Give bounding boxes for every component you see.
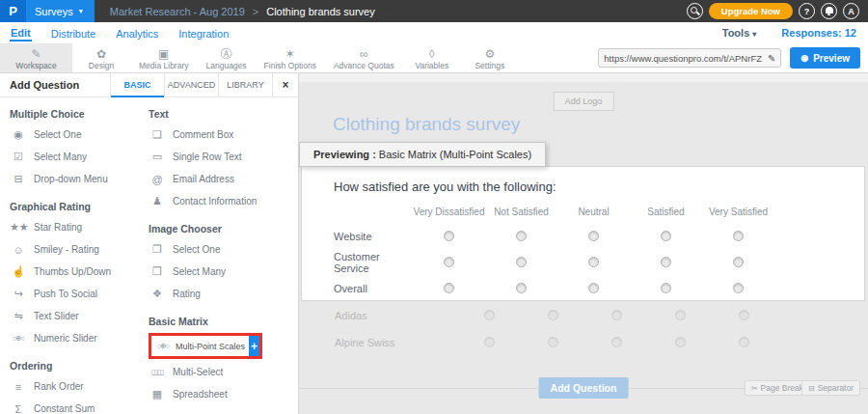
question-type-multiple-choice-select-one[interactable]: ◉Select One bbox=[10, 124, 143, 146]
add-question-button[interactable]: Add Question bbox=[539, 377, 629, 399]
numeric-slider-icon: ○⊕○ bbox=[10, 334, 27, 343]
rank-order-icon: ≡ bbox=[10, 381, 27, 393]
preview-button[interactable]: ◉ Preview bbox=[790, 47, 860, 69]
radio-customer-service-not-satisfied[interactable] bbox=[516, 257, 527, 267]
radio-overall-not-satisfied[interactable] bbox=[516, 283, 527, 293]
notifications-button[interactable] bbox=[821, 3, 837, 19]
toolbar-media-library[interactable]: ▣Media Library bbox=[130, 43, 198, 72]
share-url-input[interactable] bbox=[604, 53, 768, 64]
radio-adidas-neutral[interactable] bbox=[611, 310, 622, 320]
surveys-product-menu[interactable]: Surveys ▾ bbox=[26, 0, 95, 22]
nav-tab-integration[interactable]: Integration bbox=[177, 25, 230, 41]
toolbar-languages[interactable]: ⒶLanguages bbox=[198, 43, 256, 72]
question-type-graphical-rating-smiley-rating[interactable]: ☺Smiley - Rating bbox=[10, 238, 143, 261]
question-type-ordering-rank-order[interactable]: ≡Rank Order bbox=[10, 375, 143, 398]
question-type-multiple-choice-drop-down-menu[interactable]: ⊟Drop-down Menu bbox=[10, 168, 143, 190]
radio-customer-service-very-satisfied[interactable] bbox=[733, 257, 744, 267]
surveys-menu-label: Surveys bbox=[35, 6, 73, 17]
radio-adidas-satisfied[interactable] bbox=[675, 310, 686, 320]
breadcrumb-separator: > bbox=[253, 6, 258, 17]
radio-adidas-very-dissatisfied[interactable] bbox=[484, 310, 495, 320]
help-button[interactable]: ? bbox=[799, 3, 815, 19]
question-type-basic-matrix-multi-select[interactable]: ◫◫Multi-Select bbox=[149, 361, 295, 383]
question-type-graphical-rating-numeric-slider[interactable]: ○⊕○Numeric Slider bbox=[10, 327, 143, 349]
question-type-basic-matrix-multi-point-scales[interactable]: ○⊕○Multi-Point Scales+ bbox=[149, 333, 262, 359]
question-type-label: Select Many bbox=[34, 152, 87, 162]
breadcrumb-parent[interactable]: Market Research - Aug 2019 bbox=[110, 6, 245, 17]
tab-advanced[interactable]: ADVANCED bbox=[164, 73, 218, 97]
toolbar-settings[interactable]: ⚙Settings bbox=[461, 43, 519, 72]
toolbar-variables[interactable]: ◊Variables bbox=[403, 43, 461, 72]
question-type-graphical-rating-star-rating[interactable]: ★★Star Rating bbox=[10, 216, 143, 238]
add-logo-button[interactable]: Add Logo bbox=[554, 92, 614, 111]
radio-alpine-swiss-very-satisfied[interactable] bbox=[739, 337, 749, 347]
add-question-panel: Add Question BASICADVANCEDLIBRARY × Mult… bbox=[0, 73, 299, 414]
nav-tab-distribute[interactable]: Distribute bbox=[50, 25, 96, 41]
question-type-label: Comment Box bbox=[173, 129, 233, 140]
question-type-text-contact-information[interactable]: ♟Contact Information bbox=[149, 190, 295, 212]
page-break-button[interactable]: ✂ Page Break bbox=[745, 380, 810, 396]
toolbar-workspace[interactable]: ✎Workspace bbox=[0, 43, 72, 72]
radio-overall-satisfied[interactable] bbox=[661, 283, 671, 293]
question-type-graphical-rating-thumbs-up-down[interactable]: ☝Thumbs Up/Down bbox=[10, 261, 143, 283]
radio-customer-service-very-dissatisfied[interactable] bbox=[444, 257, 454, 267]
radio-website-neutral[interactable] bbox=[588, 231, 599, 241]
separator-button[interactable]: ⊟ Separator bbox=[801, 380, 860, 396]
nav-tab-analytics[interactable]: Analytics bbox=[115, 25, 159, 41]
question-type-text-comment-box[interactable]: ❏Comment Box bbox=[149, 124, 295, 146]
question-type-basic-matrix-spreadsheet[interactable]: ▦Spreadsheet bbox=[149, 383, 295, 405]
radio-adidas-not-satisfied[interactable] bbox=[548, 310, 558, 320]
toolbar-finish-options[interactable]: ✶Finish Options bbox=[256, 43, 325, 72]
search-button[interactable] bbox=[687, 3, 703, 19]
matrix-cell-customer-service-satisfied bbox=[630, 254, 702, 271]
question-type-image-chooser-select-many[interactable]: ❒Select Many bbox=[149, 261, 295, 283]
upgrade-now-button[interactable]: Upgrade Now bbox=[709, 3, 793, 19]
question-type-graphical-rating-text-slider[interactable]: ⇋Text Slider bbox=[10, 305, 143, 327]
panel-header: Add Question BASICADVANCEDLIBRARY × bbox=[0, 73, 298, 97]
tab-basic[interactable]: BASIC bbox=[110, 73, 164, 97]
radio-alpine-swiss-very-dissatisfied[interactable] bbox=[484, 337, 495, 347]
tools-menu[interactable]: Tools ▾ bbox=[722, 27, 757, 39]
tab-library[interactable]: LIBRARY bbox=[218, 73, 272, 97]
edit-url-icon[interactable]: ✎ bbox=[768, 53, 775, 64]
matrix-row-label: Customer Service bbox=[334, 251, 413, 274]
radio-overall-very-dissatisfied[interactable] bbox=[444, 283, 454, 293]
responses-count-link[interactable]: Responses: 12 bbox=[781, 27, 856, 39]
survey-title[interactable]: Clothing brands survey bbox=[333, 114, 520, 135]
radio-customer-service-satisfied[interactable] bbox=[661, 257, 671, 267]
radio-customer-service-neutral[interactable] bbox=[588, 257, 599, 267]
radio-website-very-satisfied[interactable] bbox=[733, 231, 744, 241]
chevron-down-icon: ▾ bbox=[79, 7, 83, 15]
star-rating-icon: ★★ bbox=[10, 221, 27, 234]
select-one-icon: ❐ bbox=[149, 243, 166, 256]
radio-website-satisfied[interactable] bbox=[661, 231, 671, 241]
matrix-column-not-satisfied: Not Satisfied bbox=[485, 207, 557, 217]
question-type-text-single-row-text[interactable]: ▭Single Row Text bbox=[149, 146, 295, 168]
close-panel-button[interactable]: × bbox=[272, 73, 298, 97]
nav-tab-edit[interactable]: Edit bbox=[10, 24, 32, 41]
question-type-label: Drop-down Menu bbox=[34, 174, 108, 184]
page-break-label: Page Break bbox=[761, 383, 803, 393]
question-type-label: Thumbs Up/Down bbox=[34, 266, 111, 277]
question-type-graphical-rating-push-to-social[interactable]: ↪Push To Social bbox=[10, 283, 143, 305]
toolbar-variables-label: Variables bbox=[415, 61, 448, 70]
toolbar-design[interactable]: ✿Design bbox=[72, 43, 130, 72]
radio-overall-neutral[interactable] bbox=[588, 283, 599, 293]
question-type-ordering-constant-sum[interactable]: ΣConstant Sum bbox=[10, 398, 143, 414]
radio-alpine-swiss-satisfied[interactable] bbox=[675, 337, 686, 347]
radio-alpine-swiss-not-satisfied[interactable] bbox=[548, 337, 558, 347]
question-type-image-chooser-rating[interactable]: ❖Rating bbox=[149, 283, 295, 305]
separator-label: Separator bbox=[818, 383, 854, 393]
radio-website-not-satisfied[interactable] bbox=[516, 231, 527, 241]
radio-overall-very-satisfied[interactable] bbox=[733, 283, 744, 293]
preview-top-strip bbox=[299, 73, 868, 82]
question-type-image-chooser-select-one[interactable]: ❐Select One bbox=[149, 238, 295, 261]
account-avatar[interactable]: A bbox=[843, 3, 859, 19]
question-type-text-email-address[interactable]: @Email Address bbox=[149, 168, 295, 190]
question-type-multiple-choice-select-many[interactable]: ☑Select Many bbox=[10, 146, 143, 168]
radio-adidas-very-satisfied[interactable] bbox=[739, 310, 749, 320]
add-multi-point-scales-button[interactable]: + bbox=[249, 336, 259, 356]
radio-website-very-dissatisfied[interactable] bbox=[444, 231, 454, 241]
toolbar-advance-quotas[interactable]: ∞Advance Quotas bbox=[325, 43, 403, 72]
radio-alpine-swiss-neutral[interactable] bbox=[611, 337, 622, 347]
